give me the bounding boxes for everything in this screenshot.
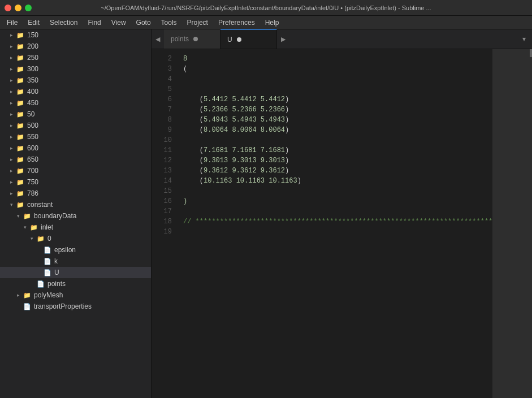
- file-icon: 📄: [43, 268, 52, 277]
- traffic-lights: [5, 5, 32, 11]
- line-number: 3: [152, 64, 172, 74]
- line-number: 16: [152, 196, 172, 206]
- sidebar-item-50[interactable]: ▸📁50: [0, 109, 151, 120]
- sidebar-item-0[interactable]: ▾📁0: [0, 233, 151, 244]
- code-line: [183, 227, 492, 237]
- folder-icon: 📁: [16, 121, 25, 130]
- line-number: 19: [152, 227, 172, 237]
- sidebar-item-U[interactable]: 📄U: [0, 267, 151, 278]
- expand-arrow: ▾: [20, 223, 29, 232]
- folder-icon: 📁: [16, 166, 25, 175]
- sidebar-label: epsilon: [54, 246, 76, 254]
- file-icon: 📄: [36, 279, 45, 288]
- main-area: ▸📁150▸📁200▸📁250▸📁300▸📁350▸📁400▸📁450▸📁50▸…: [0, 29, 532, 398]
- menu-item-help[interactable]: Help: [261, 18, 284, 28]
- menu-item-view[interactable]: View: [107, 18, 131, 28]
- folder-icon: 📁: [29, 223, 38, 232]
- sidebar-item-300[interactable]: ▸📁300: [0, 63, 151, 75]
- menu-item-edit[interactable]: Edit: [23, 18, 44, 28]
- tab-label: U: [227, 36, 232, 44]
- file-icon: 📄: [43, 257, 52, 266]
- code-area[interactable]: 8( (5.4412 5.4412 5.4412) (5.2366 5.2366…: [179, 49, 492, 398]
- line-number: 14: [152, 176, 172, 186]
- menu-item-project[interactable]: Project: [183, 18, 213, 28]
- sidebar-label: 750: [27, 178, 38, 186]
- expand-arrow: ▸: [7, 144, 16, 153]
- sidebar-label: 150: [27, 31, 38, 39]
- sidebar-item-650[interactable]: ▸📁650: [0, 154, 151, 165]
- sidebar-item-epsilon[interactable]: 📄epsilon: [0, 244, 151, 256]
- sidebar-label: 300: [27, 65, 38, 73]
- sidebar-item-250[interactable]: ▸📁250: [0, 52, 151, 63]
- menu-item-preferences[interactable]: Preferences: [214, 18, 259, 28]
- sidebar-item-550[interactable]: ▸📁550: [0, 131, 151, 142]
- sidebar-label: constant: [27, 201, 53, 209]
- menu-item-tools[interactable]: Tools: [157, 18, 181, 28]
- expand-arrow: ▸: [14, 291, 23, 300]
- code-line: ): [183, 196, 492, 206]
- code-line: (8.0064 8.0064 8.0064): [183, 125, 492, 135]
- sidebar-item-350[interactable]: ▸📁350: [0, 75, 151, 86]
- code-line: 8: [183, 54, 492, 64]
- sidebar-label: 700: [27, 167, 38, 175]
- code-line: [183, 206, 492, 217]
- line-number: 17: [152, 206, 172, 217]
- minimap-content: [492, 49, 532, 398]
- sidebar-label: 0: [47, 235, 51, 243]
- sidebar-label: k: [54, 257, 58, 265]
- folder-icon: 📁: [36, 234, 45, 243]
- sidebar-item-polyMesh[interactable]: ▸📁polyMesh: [0, 289, 151, 301]
- expand-arrow: ▸: [7, 189, 16, 198]
- sidebar-item-boundaryData[interactable]: ▾📁boundaryData: [0, 210, 151, 222]
- line-numbers: 2345678910111213141516171819: [152, 49, 179, 398]
- sidebar-label: 250: [27, 54, 38, 62]
- sidebar-item-400[interactable]: ▸📁400: [0, 86, 151, 97]
- minimap: [492, 49, 532, 398]
- sidebar-item-600[interactable]: ▸📁600: [0, 142, 151, 154]
- sidebar-item-200[interactable]: ▸📁200: [0, 41, 151, 52]
- sidebar-label: 550: [27, 133, 38, 141]
- line-number: 6: [152, 94, 172, 105]
- folder-icon: 📁: [16, 87, 25, 96]
- expand-arrow: ▾: [27, 234, 36, 243]
- line-number: 11: [152, 145, 172, 155]
- sidebar-item-150[interactable]: ▸📁150: [0, 29, 151, 41]
- tab-U[interactable]: U: [220, 29, 277, 49]
- tab-nav-left[interactable]: ◀: [152, 29, 164, 49]
- expand-arrow: ▸: [7, 53, 16, 62]
- window-title: ~/OpenFOAM/dyfluid-7/run/NSRFG/pitzDaily…: [101, 5, 431, 11]
- sidebar-item-700[interactable]: ▸📁700: [0, 165, 151, 176]
- tab-points[interactable]: points: [164, 29, 220, 49]
- folder-icon: 📁: [16, 110, 25, 119]
- sidebar-item-450[interactable]: ▸📁450: [0, 97, 151, 109]
- sidebar-item-500[interactable]: ▸📁500: [0, 120, 151, 131]
- folder-icon: 📁: [16, 155, 25, 164]
- sidebar-item-786[interactable]: ▸📁786: [0, 188, 151, 199]
- menu-item-file[interactable]: File: [2, 18, 22, 28]
- code-line: [183, 135, 492, 145]
- sidebar-label: boundaryData: [34, 212, 76, 220]
- menu-item-find[interactable]: Find: [83, 18, 105, 28]
- sidebar-item-constant[interactable]: ▾📁constant: [0, 199, 151, 210]
- sidebar-item-inlet[interactable]: ▾📁inlet: [0, 222, 151, 233]
- tab-nav-right[interactable]: ▶: [277, 29, 289, 49]
- expand-arrow: ▸: [7, 64, 16, 73]
- sidebar-item-750[interactable]: ▸📁750: [0, 176, 151, 188]
- tab-dropdown-button[interactable]: ▾: [516, 29, 532, 49]
- minimize-button[interactable]: [15, 5, 21, 11]
- folder-icon: 📁: [16, 64, 25, 73]
- sidebar-item-k[interactable]: 📄k: [0, 256, 151, 267]
- expand-arrow: ▸: [7, 121, 16, 130]
- menu-item-goto[interactable]: Goto: [132, 18, 155, 28]
- maximize-button[interactable]: [25, 5, 32, 11]
- folder-icon: 📁: [23, 211, 32, 220]
- file-icon: 📄: [23, 302, 32, 311]
- sidebar-label: 50: [27, 110, 34, 118]
- line-number: 8: [152, 115, 172, 125]
- sidebar-item-transportProperties[interactable]: 📄transportProperties: [0, 301, 151, 312]
- sidebar-item-points[interactable]: 📄points: [0, 278, 151, 289]
- menu-item-selection[interactable]: Selection: [45, 18, 82, 28]
- sidebar-label: 500: [27, 122, 38, 129]
- close-button[interactable]: [5, 5, 11, 11]
- sidebar-label: 600: [27, 144, 38, 152]
